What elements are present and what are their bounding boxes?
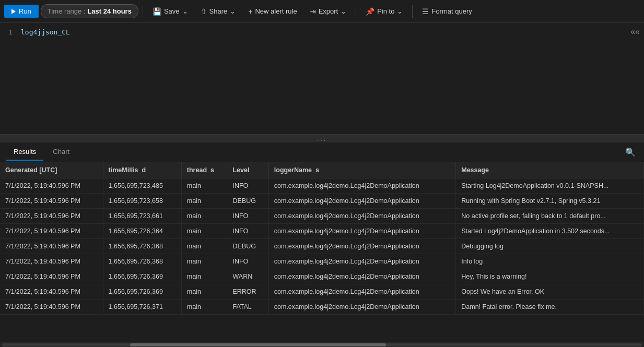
table-row[interactable]: 7/1/2022, 5:19:40.596 PM1,656,695,723,65… [0, 194, 644, 209]
table-row[interactable]: 7/1/2022, 5:19:40.596 PM1,656,695,726,37… [0, 300, 644, 315]
cell-5-5: Info log [456, 254, 644, 269]
tab-chart[interactable]: Chart [45, 143, 77, 161]
plus-icon: + [248, 7, 252, 16]
pin-icon: 📌 [366, 7, 374, 16]
cell-0-2: main [181, 178, 227, 194]
cell-1-2: main [181, 194, 227, 209]
col-timemillis[interactable]: timeMillis_d [103, 162, 181, 178]
cell-1-3: DEBUG [227, 194, 268, 209]
cell-3-5: Started Log4j2DemoApplication in 3.502 s… [456, 224, 644, 239]
cell-8-0: 7/1/2022, 5:19:40.596 PM [0, 300, 103, 315]
table-row[interactable]: 7/1/2022, 5:19:40.596 PM1,656,695,723,66… [0, 209, 644, 224]
share-icon: ⇧ [201, 7, 207, 16]
time-range-prefix: Time range : [48, 7, 86, 15]
pin-to-label: Pin to [377, 7, 394, 15]
separator-2 [356, 5, 356, 18]
table-search-button[interactable]: 🔍 [623, 145, 638, 159]
table-row[interactable]: 7/1/2022, 5:19:40.596 PM1,656,695,726,36… [0, 254, 644, 269]
results-table-container[interactable]: Generated [UTC] timeMillis_d thread_s Le… [0, 162, 644, 342]
panel-divider[interactable]: ... [0, 135, 644, 142]
cell-8-1: 1,656,695,726,371 [103, 300, 181, 315]
cell-4-1: 1,656,695,726,368 [103, 239, 181, 254]
cell-5-1: 1,656,695,726,368 [103, 254, 181, 269]
cell-6-2: main [181, 269, 227, 284]
col-message[interactable]: Message [456, 162, 644, 178]
cell-0-4: com.example.log4j2demo.Log4j2DemoApplica… [268, 178, 455, 194]
export-chevron-icon: ⌄ [341, 7, 346, 15]
table-row[interactable]: 7/1/2022, 5:19:40.596 PM1,656,695,726,36… [0, 269, 644, 284]
table-row[interactable]: 7/1/2022, 5:19:40.596 PM1,656,695,723,48… [0, 178, 644, 194]
table-row[interactable]: 7/1/2022, 5:19:40.596 PM1,656,695,726,36… [0, 224, 644, 239]
cell-7-5: Oops! We have an Error. OK [456, 284, 644, 300]
cell-1-1: 1,656,695,723,658 [103, 194, 181, 209]
col-level[interactable]: Level [227, 162, 268, 178]
cell-4-3: DEBUG [227, 239, 268, 254]
divider-dots: ... [317, 135, 327, 142]
separator-3 [412, 5, 413, 18]
time-range-value: Last 24 hours [87, 7, 132, 15]
cell-4-2: main [181, 239, 227, 254]
cell-5-3: INFO [227, 254, 268, 269]
toolbar: Run Time range : Last 24 hours 💾 Save ⌄ … [0, 0, 644, 23]
cell-4-0: 7/1/2022, 5:19:40.596 PM [0, 239, 103, 254]
time-range-button[interactable]: Time range : Last 24 hours [41, 4, 138, 18]
format-query-button[interactable]: ☰ Format query [417, 5, 477, 18]
cell-6-1: 1,656,695,726,369 [103, 269, 181, 284]
cell-3-2: main [181, 224, 227, 239]
cell-0-3: INFO [227, 178, 268, 194]
cell-8-3: FATAL [227, 300, 268, 315]
scrollbar-track [2, 343, 642, 346]
cell-2-5: No active profile set, falling back to 1… [456, 209, 644, 224]
save-icon: 💾 [153, 7, 161, 16]
new-alert-button[interactable]: + New alert rule [243, 5, 302, 18]
cell-7-0: 7/1/2022, 5:19:40.596 PM [0, 284, 103, 300]
share-chevron-icon: ⌄ [230, 7, 236, 15]
cell-5-2: main [181, 254, 227, 269]
save-chevron-icon: ⌄ [182, 7, 188, 15]
cell-7-3: ERROR [227, 284, 268, 300]
query-editor[interactable]: 1 log4jjson_CL «« [0, 23, 644, 135]
export-icon: ⇥ [310, 7, 316, 16]
format-query-label: Format query [431, 7, 472, 15]
col-thread[interactable]: thread_s [181, 162, 227, 178]
new-alert-label: New alert rule [255, 7, 297, 15]
cell-3-4: com.example.log4j2demo.Log4j2DemoApplica… [268, 224, 455, 239]
cell-2-1: 1,656,695,723,661 [103, 209, 181, 224]
run-button[interactable]: Run [4, 5, 39, 18]
cell-7-4: com.example.log4j2demo.Log4j2DemoApplica… [268, 284, 455, 300]
export-label: Export [319, 7, 338, 15]
cell-2-3: INFO [227, 209, 268, 224]
table-row[interactable]: 7/1/2022, 5:19:40.596 PM1,656,695,726,36… [0, 239, 644, 254]
play-icon [11, 9, 16, 14]
horizontal-scrollbar[interactable] [0, 342, 644, 347]
line-number-1: 1 [0, 28, 21, 36]
table-row[interactable]: 7/1/2022, 5:19:40.596 PM1,656,695,726,36… [0, 284, 644, 300]
cell-3-3: INFO [227, 224, 268, 239]
tab-results[interactable]: Results [6, 143, 43, 161]
save-button[interactable]: 💾 Save ⌄ [147, 5, 193, 18]
col-generated[interactable]: Generated [UTC] [0, 162, 103, 178]
cell-6-5: Hey, This is a warning! [456, 269, 644, 284]
cell-1-4: com.example.log4j2demo.Log4j2DemoApplica… [268, 194, 455, 209]
cell-6-4: com.example.log4j2demo.Log4j2DemoApplica… [268, 269, 455, 284]
pin-to-button[interactable]: 📌 Pin to ⌄ [360, 5, 408, 18]
format-icon: ☰ [422, 7, 429, 16]
cell-1-0: 7/1/2022, 5:19:40.596 PM [0, 194, 103, 209]
cell-1-5: Running with Spring Boot v2.7.1, Spring … [456, 194, 644, 209]
cell-5-4: com.example.log4j2demo.Log4j2DemoApplica… [268, 254, 455, 269]
cell-8-5: Damn! Fatal error. Please fix me. [456, 300, 644, 315]
pin-chevron-icon: ⌄ [397, 7, 403, 15]
cell-7-1: 1,656,695,726,369 [103, 284, 181, 300]
cell-4-4: com.example.log4j2demo.Log4j2DemoApplica… [268, 239, 455, 254]
col-loggername[interactable]: loggerName_s [268, 162, 455, 178]
tabs-bar: Results Chart 🔍 [0, 142, 644, 162]
cell-8-2: main [181, 300, 227, 315]
cell-0-5: Starting Log4j2DemoApplication v0.0.1-SN… [456, 178, 644, 194]
expand-icon[interactable]: «« [630, 27, 640, 37]
cell-8-4: com.example.log4j2demo.Log4j2DemoApplica… [268, 300, 455, 315]
cell-0-1: 1,656,695,723,485 [103, 178, 181, 194]
table-header-row: Generated [UTC] timeMillis_d thread_s Le… [0, 162, 644, 178]
export-button[interactable]: ⇥ Export ⌄ [305, 5, 352, 18]
share-button[interactable]: ⇧ Share ⌄ [195, 5, 241, 18]
cell-7-2: main [181, 284, 227, 300]
